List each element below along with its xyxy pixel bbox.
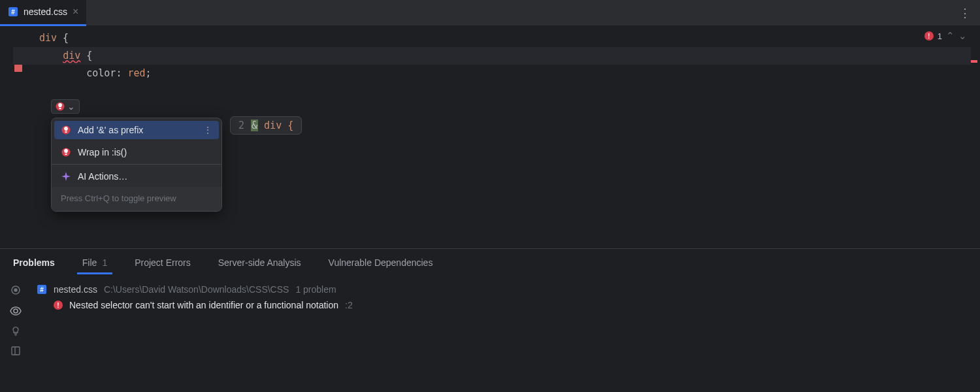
intention-label: Add '&' as prefix <box>78 125 197 135</box>
intention-label: AI Actions… <box>78 171 212 182</box>
intention-add-prefix[interactable]: Add '&' as prefix ⋮ <box>54 121 219 139</box>
popup-hint: Press Ctrl+Q to toggle preview <box>52 187 221 211</box>
tab-project-errors[interactable]: Project Errors <box>135 257 191 268</box>
eye-icon[interactable] <box>10 305 22 317</box>
svg-rect-13 <box>12 347 20 355</box>
breakpoint-marker[interactable] <box>14 64 22 72</box>
svg-rect-7 <box>65 154 67 155</box>
editor-tab-bar: # nested.css × ⋮ <box>0 0 980 26</box>
panel-sidebar <box>0 276 31 392</box>
svg-rect-3 <box>59 108 61 109</box>
preview-line-number: 2 <box>238 120 244 131</box>
editor-tab[interactable]: # nested.css × <box>0 0 86 26</box>
layout-icon[interactable] <box>10 346 21 356</box>
sparkle-icon <box>61 172 71 181</box>
svg-rect-5 <box>65 131 67 133</box>
intention-ai-actions[interactable]: AI Actions… <box>52 166 221 187</box>
bulb-icon[interactable] <box>10 326 21 336</box>
problem-file-path: C:\Users\David Watson\Downloads\CSS\CSS <box>104 284 289 295</box>
preview-insert-highlight: & <box>251 120 258 131</box>
intention-popup: Add '&' as prefix ⋮ Wrap in :is() AI Act… <box>51 118 222 212</box>
svg-point-9 <box>14 289 17 291</box>
tab-options-icon[interactable]: ⋮ <box>959 7 971 19</box>
tab-file[interactable]: File1 <box>82 257 107 268</box>
panel-tab-bar: Problems File1 Project Errors Server-sid… <box>0 249 980 276</box>
tab-problems[interactable]: Problems <box>13 257 55 268</box>
editor-area: div { div { color: red; ! 1 ⌃ ⌄ ⌄ Add '&… <box>0 26 980 248</box>
intention-wrap-is[interactable]: Wrap in :is() <box>52 142 221 163</box>
problem-file-name: nested.css <box>54 284 97 295</box>
intention-preview: 2 & div { <box>230 116 302 135</box>
refresh-icon[interactable] <box>10 284 22 296</box>
intention-bulb[interactable]: ⌄ <box>51 99 80 114</box>
close-icon[interactable]: × <box>73 6 78 18</box>
panel-body: # nested.css C:\Users\David Watson\Downl… <box>0 276 980 392</box>
problem-count: 1 problem <box>295 284 336 295</box>
error-message: Nested selector can't start with an iden… <box>69 300 338 310</box>
intention-label: Wrap in :is() <box>78 147 212 157</box>
problems-list: # nested.css C:\Users\David Watson\Downl… <box>31 276 980 392</box>
bulb-error-icon <box>56 102 65 111</box>
bulb-error-icon <box>61 148 71 157</box>
tab-server-analysis[interactable]: Server-side Analysis <box>218 257 301 268</box>
more-icon[interactable]: ⋮ <box>203 125 212 135</box>
error-badge-icon: ! <box>54 301 63 310</box>
separator <box>52 164 221 165</box>
tab-vulnerable-deps[interactable]: Vulnerable Dependencies <box>329 257 433 268</box>
problem-error-row[interactable]: ! Nested selector can't start with an id… <box>37 296 975 310</box>
error-position: :2 <box>345 300 353 310</box>
svg-text:#: # <box>11 8 15 16</box>
svg-text:#: # <box>40 286 44 293</box>
tab-filename: nested.css <box>24 7 67 17</box>
problem-file-row[interactable]: # nested.css C:\Users\David Watson\Downl… <box>37 283 975 296</box>
problems-panel: Problems File1 Project Errors Server-sid… <box>0 248 980 392</box>
css-file-icon: # <box>37 284 47 295</box>
chevron-down-icon: ⌄ <box>67 101 75 112</box>
bulb-error-icon <box>61 125 71 135</box>
css-file-icon: # <box>8 7 18 17</box>
svg-point-10 <box>14 309 18 313</box>
